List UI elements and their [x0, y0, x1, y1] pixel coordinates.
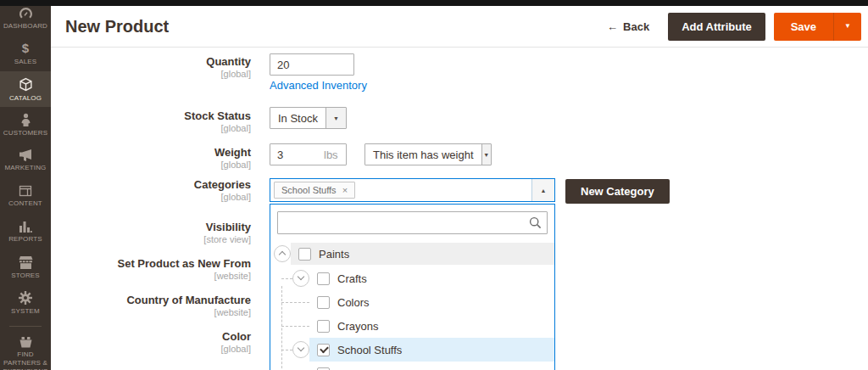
extensions-icon	[19, 336, 33, 348]
sidebar-item-label: SYSTEM	[11, 307, 40, 316]
chip-label: School Stuffs	[281, 185, 337, 195]
category-dropdown-panel: Paints Crafts Colors Cray	[270, 204, 555, 370]
browser-top-bar	[0, 0, 868, 6]
back-label: Back	[623, 20, 649, 33]
checkbox-colors[interactable]	[317, 296, 330, 309]
sidebar-item-label: CONTENT	[8, 199, 42, 208]
sidebar-item-label: FIND PARTNERS & EXTENSIONS	[2, 350, 49, 370]
customers-icon	[19, 113, 32, 126]
system-icon	[19, 291, 32, 305]
select-caret: ▼	[481, 144, 492, 165]
field-label-set-new-from: Set Product as New From [website]	[51, 258, 251, 283]
sidebar-item-label: REPORTS	[8, 235, 42, 244]
search-icon	[529, 216, 542, 229]
category-search-input[interactable]	[277, 211, 548, 234]
field-label-visibility: Visibility [store view]	[51, 221, 251, 246]
tree-row-colors[interactable]: Colors	[270, 290, 554, 314]
advanced-inventory-link[interactable]: Advanced Inventory	[270, 79, 367, 92]
stock-status-select[interactable]: In Stock ▼	[270, 107, 347, 129]
sidebar-item-sales[interactable]: $ SALES	[0, 36, 51, 71]
checkbox-school-stuffs[interactable]	[317, 344, 330, 356]
category-tree: Paints Crafts Colors Cray	[270, 239, 554, 370]
select-caret: ▼	[326, 108, 346, 128]
sidebar-item-label: MARKETING	[5, 164, 47, 172]
sidebar-divider	[9, 326, 42, 327]
sidebar-item-customers[interactable]: CUSTOMERS	[0, 107, 51, 143]
dashboard-icon	[19, 7, 33, 20]
weight-switch-select[interactable]: This item has weight ▼	[364, 143, 492, 165]
field-label-weight: Weight [global]	[51, 147, 251, 171]
stores-icon	[19, 256, 33, 269]
caret-down-icon: ▼	[483, 152, 489, 158]
sidebar-item-label: STORES	[11, 272, 40, 280]
save-split-button: Save ▼	[774, 13, 861, 41]
tree-row-crafts[interactable]: Crafts	[270, 266, 554, 290]
tree-row-brushes[interactable]: Brushes	[270, 362, 554, 370]
sidebar-item-reports[interactable]: REPORTS	[0, 214, 51, 249]
sidebar-item-label: CUSTOMERS	[3, 129, 47, 137]
back-button[interactable]: ← Back	[607, 20, 649, 33]
save-options-toggle[interactable]: ▼	[833, 13, 861, 41]
checkbox-crayons[interactable]	[317, 320, 330, 333]
add-attribute-button[interactable]: Add Attribute	[668, 13, 765, 41]
reports-icon	[19, 221, 32, 233]
weight-unit-label: lbs	[324, 149, 338, 161]
tree-row-school-stuffs[interactable]: School Stuffs	[270, 338, 554, 362]
expand-icon[interactable]	[292, 270, 309, 287]
header-actions: ← Back Add Attribute Save ▼	[607, 13, 861, 41]
page-title: New Product	[65, 17, 169, 36]
sidebar-item-system[interactable]: SYSTEM	[0, 285, 51, 321]
sidebar-item-label: CATALOG	[9, 94, 42, 103]
expand-icon[interactable]	[292, 341, 309, 358]
marketing-icon	[19, 149, 33, 161]
tree-row-paints[interactable]: Paints	[270, 243, 554, 265]
collapse-icon[interactable]	[274, 245, 291, 262]
back-arrow-icon: ←	[607, 20, 618, 33]
remove-chip-icon[interactable]: ×	[342, 186, 348, 195]
sidebar-item-stores[interactable]: STORES	[0, 249, 51, 285]
caret-down-icon: ▼	[844, 23, 851, 30]
admin-sidebar: DASHBOARD $ SALES CATALOG CUSTOMERS MARK…	[0, 0, 51, 370]
caret-down-icon: ▼	[333, 115, 339, 121]
selected-category-chips: School Stuffs ×	[270, 179, 531, 201]
field-label-quantity: Quantity [global]	[51, 56, 251, 81]
catalog-icon	[19, 77, 33, 92]
page-header: New Product ← Back Add Attribute Save ▼	[51, 6, 868, 48]
field-label-country: Country of Manufacture [website]	[51, 294, 251, 319]
new-category-button[interactable]: New Category	[565, 179, 670, 204]
checkbox-brushes[interactable]	[317, 367, 330, 370]
category-search	[277, 211, 548, 234]
field-label-stock-status: Stock Status [global]	[51, 110, 251, 135]
checkbox-paints[interactable]	[298, 248, 311, 261]
caret-up-icon: ▲	[541, 188, 547, 193]
checkbox-crafts[interactable]	[317, 272, 330, 285]
sidebar-item-marketing[interactable]: MARKETING	[0, 143, 51, 178]
content-icon	[19, 185, 32, 197]
sidebar-item-find-partners[interactable]: FIND PARTNERS & EXTENSIONS	[0, 332, 51, 370]
sidebar-item-catalog[interactable]: CATALOG	[0, 71, 51, 107]
quantity-input[interactable]	[270, 53, 354, 76]
category-chip: School Stuffs ×	[274, 182, 355, 199]
sidebar-item-label: SALES	[14, 58, 37, 66]
sales-icon: $	[22, 42, 29, 55]
tree-row-crayons[interactable]: Crayons	[270, 314, 554, 338]
save-button[interactable]: Save	[774, 13, 833, 41]
sidebar-item-content[interactable]: CONTENT	[0, 178, 51, 214]
field-label-color: Color [global]	[51, 331, 251, 356]
field-label-categories: Categories [global]	[51, 179, 251, 204]
categories-dropdown-toggle[interactable]: ▲	[531, 179, 554, 201]
sidebar-item-label: DASHBOARD	[3, 22, 47, 31]
categories-multiselect[interactable]: School Stuffs × ▲	[270, 178, 555, 202]
